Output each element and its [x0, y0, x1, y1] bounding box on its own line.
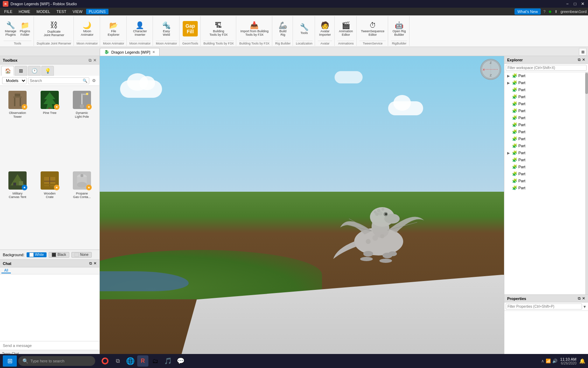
maximize-button[interactable]: □ [573, 1, 578, 6]
tree-item-part5[interactable]: 🧩 Part [504, 100, 588, 107]
tray-network-icon[interactable]: 📶 [546, 359, 551, 363]
expand-viewport-button[interactable]: ⊞ [579, 48, 587, 56]
tree-item-part15[interactable]: 🧩 Part [504, 170, 588, 177]
tree-item-part7[interactable]: 🧩 Part [504, 114, 588, 121]
tray-up-arrow[interactable]: ∧ [541, 359, 544, 363]
search-input[interactable] [28, 78, 81, 83]
models-dropdown[interactable]: Models [2, 77, 27, 84]
close-button[interactable]: ✕ [580, 1, 585, 6]
taskbar-discord-icon[interactable]: 💬 [175, 355, 186, 367]
start-button[interactable]: ⊞ [3, 355, 17, 367]
tree-item-part6[interactable]: 🧩 Part [504, 107, 588, 114]
tab-dragon-legends[interactable]: 🐉 Dragon Legends [WIP] ✕ [100, 48, 160, 56]
tree-item-part1[interactable]: ▶ 🧩 Part [504, 72, 588, 79]
toolbox-popout-icon[interactable]: ⧉ [89, 58, 92, 63]
chat-popout-icon[interactable]: ⧉ [89, 261, 92, 266]
viewport[interactable]: Z Z X [100, 56, 504, 357]
tray-volume-icon[interactable]: 🔊 [552, 359, 558, 363]
tree-item-part2[interactable]: ▶ 🧩 Part [504, 79, 588, 86]
share-icon[interactable]: ⬆ [554, 9, 558, 14]
tray-notification-icon[interactable]: 🔔 [579, 358, 585, 364]
import-building-button[interactable]: 📥 Import from BuildingTools by F3X [239, 20, 270, 37]
minimize-button[interactable]: − [565, 1, 570, 6]
properties-search-input[interactable] [506, 304, 582, 309]
taskbar-edge-icon[interactable]: 🌐 [125, 355, 136, 367]
moon-animator-button[interactable]: 🌙 MoonAnimator [79, 20, 95, 37]
tree-item-part3[interactable]: 🧩 Part [504, 86, 588, 93]
tree-item-part4[interactable]: 🧩 Part [504, 93, 588, 100]
properties-close-icon[interactable]: ✕ [582, 296, 585, 301]
explorer-scrollbar[interactable] [585, 72, 588, 294]
menu-model[interactable]: MODEL [34, 9, 53, 14]
chat-tab-all[interactable]: All [1, 268, 11, 273]
tree-item-part10[interactable]: 🧩 Part [504, 135, 588, 142]
tween-seq-button[interactable]: ⏱ TweenSequenceEditor [359, 20, 386, 37]
toolbox-tab-bulb[interactable]: 💡 [41, 66, 54, 76]
tree-item-part16[interactable]: 🧩 Part [504, 177, 588, 184]
explorer-search-input[interactable] [506, 65, 587, 71]
tree-item-part13[interactable]: 🧩 Part [504, 156, 588, 163]
menu-plugins[interactable]: PLUGINS [86, 9, 108, 14]
taskbar-cortana-icon[interactable]: ⭕ [99, 355, 111, 367]
menu-test[interactable]: TEST [54, 9, 69, 14]
tool-propane[interactable]: ★ PropaneGas Conta... [66, 169, 97, 248]
chat-input[interactable] [1, 343, 98, 348]
part-icon: 🧩 [512, 87, 517, 92]
explorer-close-icon[interactable]: ✕ [582, 57, 585, 62]
open-rig-button[interactable]: 🤖 Open RigBuilder [391, 20, 407, 37]
anim-editor-button[interactable]: 🎬 AnimationEditor [337, 20, 354, 37]
tool-name-light: DynamicLight Pole [75, 111, 89, 119]
tool-pine-tree[interactable]: ★ Pine Tree [34, 88, 65, 167]
taskbar-file-explorer-icon[interactable]: 🗂 [150, 355, 161, 367]
file-explorer-button[interactable]: 📂 FileExplorer [106, 20, 121, 37]
gapfill-button[interactable]: GapFill [183, 21, 198, 36]
taskbar-clock[interactable]: 11:10 AM 6/26/2020 [560, 357, 576, 365]
tools-loc-button[interactable]: 🔧 Tools [298, 22, 310, 35]
easy-weld-button[interactable]: 🔩 EasyWeld [160, 20, 173, 37]
taskbar-taskview-icon[interactable]: ⧉ [112, 355, 123, 367]
manage-plugins-button[interactable]: 🔧 ManagePlugins [4, 20, 18, 37]
build-rig-button[interactable]: 🦾 BuildRig [276, 20, 289, 37]
toolbox-tab-clock[interactable]: 🕐 [28, 66, 41, 76]
toolbox-tab-grid[interactable]: ⊞ [15, 66, 27, 76]
tool-observation-tower[interactable]: ★ ObservationTower [2, 88, 33, 167]
tool-military-tent[interactable]: ★ MilitaryCanvas Tent [2, 169, 33, 248]
tree-item-part12[interactable]: ▶ 🧩 Part [504, 149, 588, 156]
avatar-importer-button[interactable]: 🧑 AvatarImporter [318, 20, 332, 37]
filter-icon[interactable]: ⚙ [91, 77, 97, 84]
cloud-1 [120, 80, 162, 98]
taskbar-search[interactable]: 🔍 Type here to search [18, 356, 95, 366]
tree-item-part8[interactable]: 🧩 Part [504, 121, 588, 128]
menu-view[interactable]: VIEW [70, 9, 85, 14]
tool-wooden-crate[interactable]: ★ WoodenCrate [34, 169, 65, 248]
toolbox-tab-home[interactable]: 🏠 [1, 66, 14, 76]
char-inserter-button[interactable]: 👤 CharacterInserter [132, 20, 148, 37]
tree-item-part11[interactable]: 🧩 Part [504, 142, 588, 149]
search-icon[interactable]: 🔍 [81, 78, 89, 84]
bg-option-black[interactable]: Black [49, 252, 69, 258]
dup-joint-button[interactable]: ⛓ DuplicateJoint Renamer [42, 20, 66, 38]
menu-home[interactable]: HOME [16, 9, 33, 14]
tab-close-icon[interactable]: ✕ [152, 50, 155, 54]
explorer-popout-icon[interactable]: ⧉ [578, 57, 581, 62]
tree-item-part14[interactable]: 🧩 Part [504, 163, 588, 170]
explorer-scrollbar-thumb[interactable] [585, 73, 588, 94]
svg-point-32 [363, 251, 373, 257]
taskbar-roblox-studio-icon[interactable]: R [137, 355, 148, 367]
tree-item-part9[interactable]: 🧩 Part [504, 128, 588, 135]
taskbar-spotify-icon[interactable]: 🎵 [162, 355, 174, 367]
tree-item-part17[interactable]: 🧩 Part [504, 184, 588, 191]
properties-popout-icon[interactable]: ⧉ [578, 296, 581, 301]
bg-option-none[interactable]: None [71, 252, 92, 258]
bg-option-white[interactable]: White [27, 252, 47, 257]
toolbox-close-icon[interactable]: ✕ [93, 58, 97, 63]
chat-close-icon[interactable]: ✕ [93, 261, 97, 266]
help-icon[interactable]: ? [544, 9, 546, 14]
properties-dropdown-icon[interactable]: ▼ [583, 305, 587, 309]
menu-file[interactable]: FILE [1, 9, 15, 14]
tool-dynamic-light[interactable]: ★ DynamicLight Pole [66, 88, 97, 167]
part-icon: 🧩 [512, 73, 517, 78]
building-tools-button[interactable]: 🏗 BuildingTools by F3X [208, 20, 229, 37]
plugins-folder-button[interactable]: 📁 PluginsFolder [19, 20, 32, 37]
whats-new-button[interactable]: What's New [514, 8, 540, 15]
